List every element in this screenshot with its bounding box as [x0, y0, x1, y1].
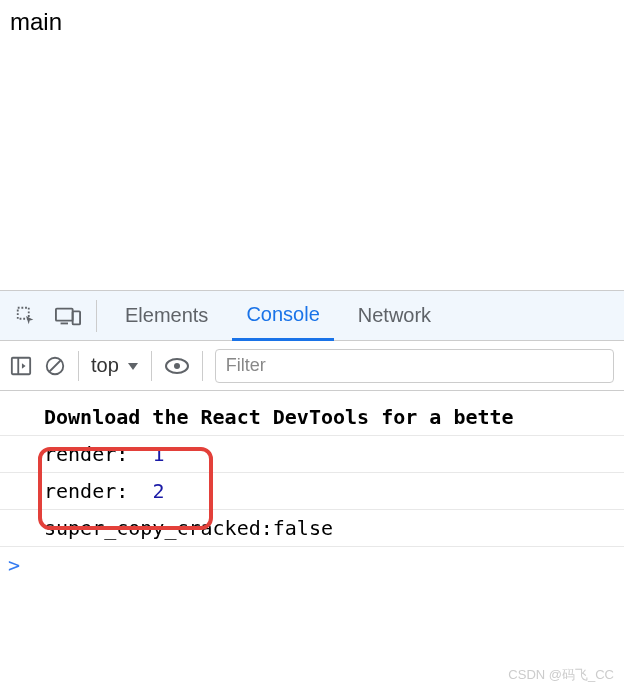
page-main-text: main	[10, 8, 62, 35]
svg-point-11	[174, 363, 180, 369]
log-value: 1	[152, 442, 164, 466]
toggle-sidebar-icon[interactable]	[10, 355, 32, 377]
devtools-panel: Elements Console Network top	[0, 290, 624, 583]
log-value: 2	[152, 479, 164, 503]
context-label: top	[91, 354, 119, 377]
console-message-hint: Download the React DevTools for a bette	[0, 399, 624, 435]
svg-marker-6	[22, 363, 26, 369]
svg-rect-1	[56, 308, 73, 320]
live-expression-icon[interactable]	[164, 355, 190, 377]
console-prompt[interactable]: >	[0, 546, 624, 583]
svg-rect-3	[73, 311, 80, 324]
tab-separator	[96, 300, 97, 332]
console-log-line: render: 2	[0, 472, 624, 509]
devtools-tabs-row: Elements Console Network	[0, 291, 624, 341]
console-output: Download the React DevTools for a bette …	[0, 391, 624, 583]
tab-network[interactable]: Network	[344, 291, 445, 341]
toolbar-separator	[202, 351, 203, 381]
page-content: main	[0, 0, 624, 290]
svg-line-8	[50, 360, 61, 371]
svg-rect-4	[12, 357, 30, 374]
device-toolbar-icon[interactable]	[52, 300, 84, 332]
prompt-caret-icon: >	[8, 553, 20, 577]
context-selector[interactable]: top	[91, 354, 139, 377]
watermark: CSDN @码飞_CC	[508, 666, 614, 684]
toolbar-separator	[151, 351, 152, 381]
tab-console[interactable]: Console	[232, 291, 333, 341]
log-label: render:	[44, 479, 128, 503]
filter-input[interactable]	[215, 349, 614, 383]
console-log-line: super_copy_cracked:false	[0, 509, 624, 546]
console-log-line: render: 1	[0, 435, 624, 472]
svg-marker-9	[128, 363, 138, 370]
tab-elements[interactable]: Elements	[111, 291, 222, 341]
log-label: render:	[44, 442, 128, 466]
chevron-down-icon	[127, 354, 139, 377]
clear-console-icon[interactable]	[44, 355, 66, 377]
toolbar-separator	[78, 351, 79, 381]
inspect-element-icon[interactable]	[10, 300, 42, 332]
console-toolbar: top	[0, 341, 624, 391]
